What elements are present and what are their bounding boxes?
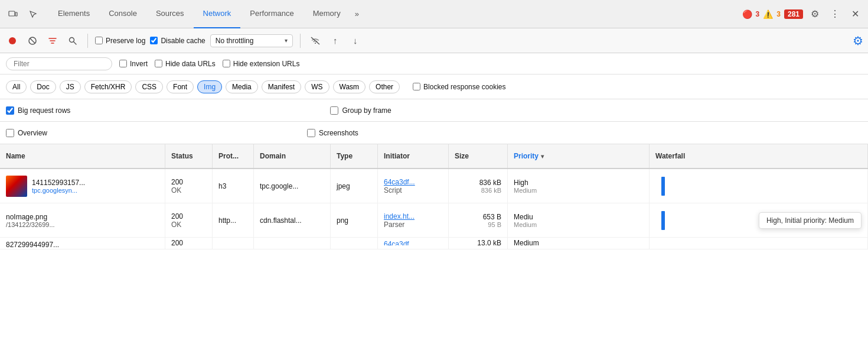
row-url-1: tpc.googlesyn... bbox=[32, 187, 85, 194]
filter-ws[interactable]: WS bbox=[305, 80, 329, 93]
upload-icon[interactable]: ↑ bbox=[328, 33, 343, 48]
td-size-1: 836 kB 836 kB bbox=[449, 169, 508, 203]
select-element-icon[interactable] bbox=[25, 6, 41, 22]
record-button[interactable] bbox=[5, 33, 20, 48]
th-waterfall[interactable]: Waterfall bbox=[650, 144, 868, 168]
filter-doc[interactable]: Doc bbox=[30, 80, 56, 93]
table-row[interactable]: 827299944997... 200 64ca3df... 13.0 kB M… bbox=[0, 238, 868, 249]
tab-memory[interactable]: Memory bbox=[304, 0, 350, 28]
td-name-1: 141152993157... tpc.googlesyn... bbox=[0, 169, 165, 203]
blocked-cookies-checkbox[interactable]: Blocked response cookies bbox=[413, 83, 505, 91]
more-options-icon[interactable]: ⋮ bbox=[827, 6, 843, 22]
thumbnail-1 bbox=[6, 176, 27, 197]
hide-data-urls-checkbox[interactable]: Hide data URLs bbox=[155, 60, 216, 68]
th-type[interactable]: Type bbox=[331, 144, 378, 168]
error-icon-orange: ⚠️ bbox=[763, 9, 773, 19]
td-type-2: png bbox=[331, 203, 378, 237]
th-protocol[interactable]: Prot... bbox=[213, 144, 254, 168]
options-row-1: Big request rows Group by frame bbox=[0, 99, 868, 122]
tab-network[interactable]: Network bbox=[194, 0, 241, 28]
close-icon[interactable]: ✕ bbox=[847, 6, 863, 22]
tab-performance[interactable]: Performance bbox=[240, 0, 303, 28]
th-priority[interactable]: Priority ▾ bbox=[508, 144, 650, 168]
throttle-select[interactable]: No throttling ▾ bbox=[210, 34, 293, 47]
screenshots-option[interactable]: Screenshots bbox=[307, 129, 358, 137]
filter-media[interactable]: Media bbox=[226, 80, 258, 93]
th-size[interactable]: Size bbox=[449, 144, 508, 168]
error-icon-red: 🔴 bbox=[742, 9, 752, 19]
toolbar-divider-2 bbox=[300, 34, 301, 48]
th-initiator[interactable]: Initiator bbox=[378, 144, 449, 168]
download-icon[interactable]: ↓ bbox=[348, 33, 363, 48]
toolbar-divider-1 bbox=[87, 34, 88, 48]
filter-img[interactable]: Img bbox=[197, 80, 222, 93]
priority-sort-arrow-icon: ▾ bbox=[541, 153, 544, 160]
table-row[interactable]: noImage.png /134122/32699... 200 OK http… bbox=[0, 203, 868, 238]
tab-more[interactable]: » bbox=[350, 0, 364, 28]
preserve-log-checkbox[interactable]: Preserve log bbox=[95, 37, 145, 45]
priority-tooltip: High, Initial priority: Medium bbox=[759, 212, 862, 229]
overview-option[interactable]: Overview bbox=[6, 129, 47, 137]
filter-css[interactable]: CSS bbox=[135, 80, 163, 93]
options-row-2: Overview Screenshots bbox=[0, 122, 868, 144]
invert-checkbox[interactable]: Invert bbox=[119, 60, 148, 68]
table-row[interactable]: 141152993157... tpc.googlesyn... 200 OK … bbox=[0, 169, 868, 203]
filter-js[interactable]: JS bbox=[60, 80, 81, 93]
filter-row: Invert Hide data URLs Hide extension URL… bbox=[0, 53, 868, 74]
filter-other[interactable]: Other bbox=[369, 80, 400, 93]
td-size-2: 653 B 95 B bbox=[449, 203, 508, 237]
filter-wasm[interactable]: Wasm bbox=[333, 80, 366, 93]
td-waterfall-1 bbox=[650, 169, 868, 203]
th-status[interactable]: Status bbox=[165, 144, 213, 168]
disable-cache-checkbox[interactable]: Disable cache bbox=[150, 37, 205, 45]
filter-fetch-xhr[interactable]: Fetch/XHR bbox=[84, 80, 132, 93]
row-url-2: /134122/32699... bbox=[6, 221, 159, 228]
hide-extension-urls-checkbox[interactable]: Hide extension URLs bbox=[223, 60, 300, 68]
filter-font[interactable]: Font bbox=[167, 80, 194, 93]
group-by-frame-option[interactable]: Group by frame bbox=[330, 106, 391, 115]
td-status-1: 200 OK bbox=[165, 169, 213, 203]
td-priority-1: High Medium bbox=[508, 169, 650, 203]
td-domain-1: tpc.google... bbox=[254, 169, 331, 203]
clear-button[interactable] bbox=[25, 33, 40, 48]
table-header: Name Status Prot... Domain Type Initiato… bbox=[0, 144, 868, 169]
td-initiator-3: 64ca3df... bbox=[378, 238, 449, 249]
svg-rect-0 bbox=[9, 11, 15, 16]
svg-point-2 bbox=[9, 37, 16, 44]
td-initiator-2: index.ht... Parser bbox=[378, 203, 449, 237]
tab-console[interactable]: Console bbox=[99, 0, 146, 28]
wifi-offline-icon[interactable] bbox=[308, 33, 323, 48]
settings-icon[interactable]: ⚙ bbox=[807, 6, 823, 22]
td-domain-3 bbox=[254, 238, 331, 249]
tab-sources[interactable]: Sources bbox=[146, 0, 194, 28]
filter-toggle-button[interactable] bbox=[45, 33, 60, 48]
row-filename-2: noImage.png bbox=[6, 213, 159, 221]
tab-bar-right: 🔴 3 ⚠️ 3 281 ⚙ ⋮ ✕ bbox=[742, 6, 863, 22]
td-priority-3: Medium bbox=[508, 238, 650, 249]
td-status-3: 200 bbox=[165, 238, 213, 249]
td-status-2: 200 OK bbox=[165, 203, 213, 237]
td-size-3: 13.0 kB bbox=[449, 238, 508, 249]
td-initiator-1: 64ca3df... Script bbox=[378, 169, 449, 203]
svg-rect-1 bbox=[15, 12, 17, 16]
big-request-rows-option[interactable]: Big request rows bbox=[6, 106, 70, 115]
td-protocol-1: h3 bbox=[213, 169, 254, 203]
filter-all[interactable]: All bbox=[6, 80, 27, 93]
th-name[interactable]: Name bbox=[0, 144, 165, 168]
td-protocol-2: http... bbox=[213, 203, 254, 237]
svg-line-4 bbox=[30, 38, 35, 43]
filter-input[interactable] bbox=[6, 57, 112, 70]
th-domain[interactable]: Domain bbox=[254, 144, 331, 168]
tab-elements[interactable]: Elements bbox=[48, 0, 99, 28]
svg-line-6 bbox=[74, 41, 77, 44]
type-filter-row: All Doc JS Fetch/XHR CSS Font Img Media … bbox=[0, 74, 868, 99]
network-settings-icon[interactable]: ⚙ bbox=[853, 34, 863, 48]
info-badge: 281 bbox=[784, 9, 803, 19]
search-button[interactable] bbox=[65, 33, 80, 48]
td-waterfall-2: High, Initial priority: Medium bbox=[650, 203, 868, 237]
filter-manifest[interactable]: Manifest bbox=[262, 80, 301, 93]
device-toolbar-icon[interactable] bbox=[5, 6, 21, 22]
error-count-orange: 3 bbox=[776, 10, 781, 18]
waterfall-bar-2 bbox=[661, 211, 665, 230]
td-waterfall-3 bbox=[650, 238, 868, 249]
